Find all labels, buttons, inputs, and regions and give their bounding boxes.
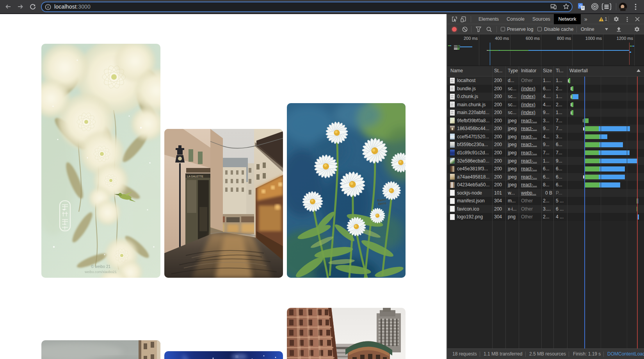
svg-text:LA GALETTE: LA GALETTE: [187, 175, 203, 178]
svg-text:© weibo 21: © weibo 21: [91, 264, 111, 269]
svg-text:weibo.com/xiaobo21: weibo.com/xiaobo21: [84, 270, 117, 274]
